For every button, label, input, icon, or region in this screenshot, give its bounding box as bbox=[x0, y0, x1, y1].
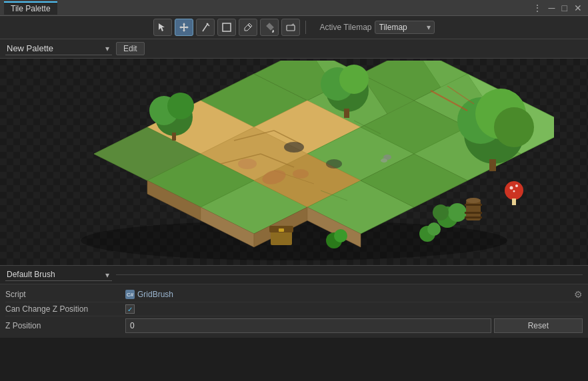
brush-dropdown[interactable]: Default Brush bbox=[5, 268, 112, 281]
z-position-row: Z Position Reset bbox=[5, 316, 583, 335]
z-position-input[interactable] bbox=[125, 318, 491, 333]
z-position-label: Z Position bbox=[5, 321, 125, 330]
script-value[interactable]: C# GridBrush bbox=[125, 290, 574, 299]
paint-tool-button[interactable] bbox=[196, 19, 215, 36]
window-title: Tile Palette bbox=[11, 4, 51, 13]
svg-point-69 bbox=[433, 204, 449, 220]
menu-button[interactable]: ⋮ bbox=[531, 3, 544, 13]
svg-point-68 bbox=[448, 203, 467, 222]
tilemap-select-wrapper: Tilemap bbox=[375, 21, 435, 34]
can-change-z-value: ✓ bbox=[125, 304, 583, 314]
fill-tool-button[interactable] bbox=[260, 19, 279, 36]
svg-point-53 bbox=[293, 169, 309, 179]
palette-select-wrapper: New Palette bbox=[5, 42, 112, 55]
checkbox-wrapper[interactable]: ✓ bbox=[125, 304, 583, 314]
palette-row: New Palette Edit bbox=[0, 39, 588, 59]
toolbar-separator bbox=[305, 21, 306, 34]
svg-rect-66 bbox=[489, 159, 496, 171]
settings-icon[interactable]: ⚙ bbox=[574, 289, 583, 300]
script-icon: C# bbox=[125, 290, 135, 299]
close-button[interactable]: ✕ bbox=[572, 3, 584, 13]
pick-tool-button[interactable] bbox=[239, 19, 257, 36]
select-tool-button[interactable] bbox=[153, 19, 172, 36]
svg-point-71 bbox=[427, 222, 441, 236]
svg-rect-7 bbox=[287, 25, 295, 31]
edit-button[interactable]: Edit bbox=[116, 42, 145, 55]
svg-rect-57 bbox=[172, 133, 176, 141]
canvas-area bbox=[0, 59, 588, 265]
svg-marker-1 bbox=[179, 23, 189, 32]
title-tab: Tile Palette bbox=[4, 1, 57, 15]
title-bar: Tile Palette ⋮ ─ □ ✕ bbox=[0, 0, 588, 16]
svg-rect-81 bbox=[512, 198, 516, 205]
svg-point-84 bbox=[513, 190, 515, 192]
isometric-map bbox=[34, 61, 554, 264]
svg-rect-77 bbox=[271, 230, 292, 245]
svg-point-60 bbox=[339, 65, 369, 94]
title-bar-left: Tile Palette bbox=[4, 1, 57, 15]
erase-tool-button[interactable] bbox=[281, 19, 300, 36]
svg-rect-79 bbox=[279, 228, 284, 232]
brush-select-wrapper: Default Brush bbox=[5, 268, 112, 281]
svg-rect-73 bbox=[465, 204, 482, 206]
can-change-z-label: Can Change Z Position bbox=[5, 304, 125, 314]
can-change-z-row: Can Change Z Position ✓ bbox=[5, 302, 583, 316]
svg-point-86 bbox=[326, 159, 342, 169]
script-label: Script bbox=[5, 290, 125, 299]
script-property-row: Script C# GridBrush ⚙ bbox=[5, 287, 583, 302]
game-scene bbox=[0, 59, 588, 265]
title-bar-controls: ⋮ ─ □ ✕ bbox=[531, 3, 584, 13]
brush-separator bbox=[116, 274, 583, 275]
can-change-z-checkbox[interactable]: ✓ bbox=[125, 304, 135, 314]
maximize-button[interactable]: □ bbox=[560, 3, 569, 13]
svg-point-56 bbox=[167, 93, 194, 119]
svg-point-65 bbox=[494, 107, 534, 147]
svg-rect-75 bbox=[465, 216, 482, 218]
reset-button[interactable]: Reset bbox=[494, 318, 583, 333]
svg-line-5 bbox=[248, 25, 251, 27]
minimize-button[interactable]: ─ bbox=[547, 3, 557, 13]
svg-point-83 bbox=[515, 185, 518, 187]
svg-point-85 bbox=[284, 142, 304, 153]
svg-rect-4 bbox=[223, 23, 231, 31]
svg-point-82 bbox=[510, 186, 513, 189]
svg-rect-61 bbox=[344, 109, 349, 118]
script-name: GridBrush bbox=[137, 290, 173, 299]
properties-table: Script C# GridBrush ⚙ Can Change Z Posit… bbox=[0, 284, 588, 338]
toolbar: Active Tilemap Tilemap bbox=[0, 16, 588, 39]
svg-point-76 bbox=[466, 198, 481, 203]
active-tilemap-label: Active Tilemap bbox=[319, 23, 371, 32]
svg-marker-8 bbox=[291, 23, 295, 25]
brush-row: Default Brush bbox=[0, 266, 588, 284]
svg-point-52 bbox=[238, 159, 257, 169]
palette-dropdown[interactable]: New Palette bbox=[5, 42, 112, 55]
svg-rect-74 bbox=[465, 212, 482, 214]
svg-point-90 bbox=[334, 229, 347, 242]
tilemap-dropdown[interactable]: Tilemap bbox=[375, 21, 435, 34]
svg-marker-0 bbox=[159, 23, 165, 31]
bottom-panel: Default Brush Script C# GridBrush ⚙ Can … bbox=[0, 265, 588, 338]
svg-point-88 bbox=[381, 159, 387, 163]
svg-marker-6 bbox=[267, 23, 273, 30]
rect-tool-button[interactable] bbox=[217, 19, 236, 36]
move-tool-button[interactable] bbox=[175, 19, 193, 36]
